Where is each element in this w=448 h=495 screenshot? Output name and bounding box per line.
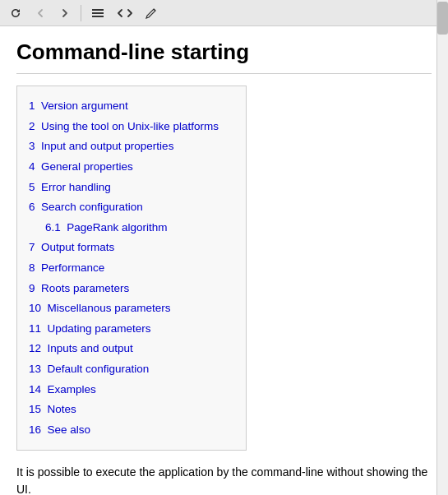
back-icon	[35, 7, 46, 19]
code-button[interactable]	[113, 5, 137, 21]
title-divider	[16, 73, 432, 74]
page-content: Command-line starting 1 Version argument…	[0, 26, 448, 495]
edit-icon	[145, 7, 158, 19]
toc-link-6[interactable]: 6 Search configuration	[29, 201, 143, 213]
edit-button[interactable]	[141, 4, 163, 21]
toc-item-3: 3 Input and output properties	[29, 136, 234, 155]
toc-item-11: 11 Updating parameters	[29, 319, 234, 338]
toc-link-13[interactable]: 13 Default configuration	[29, 363, 149, 375]
scrollbar-thumb[interactable]	[437, 2, 448, 35]
forward-button[interactable]	[54, 5, 76, 21]
toc-item-2: 2 Using the tool on Unix-like platforms	[29, 117, 234, 136]
refresh-icon	[10, 7, 21, 19]
page-wrapper: Command-line starting 1 Version argument…	[0, 0, 448, 495]
toc-link-10[interactable]: 10 Miscellanous parameters	[29, 302, 171, 314]
toc-link-8[interactable]: 8 Performance	[29, 261, 104, 274]
svg-rect-1	[92, 12, 104, 14]
toc-link-2[interactable]: 2 Using the tool on Unix-like platforms	[29, 120, 219, 132]
toolbar	[0, 0, 448, 26]
intro-paragraph-1: It is possible to execute the applicatio…	[16, 464, 432, 495]
toc-item-5: 5 Error handling	[29, 178, 234, 197]
code-icon	[118, 7, 132, 19]
toc-link-7[interactable]: 7 Output formats	[29, 241, 114, 253]
toc-item-6-1: 6.1 PageRank algorithm	[29, 218, 234, 237]
forward-icon	[59, 7, 71, 19]
toc-item-4: 4 General properties	[29, 157, 234, 176]
toc-link-3[interactable]: 3 Input and output properties	[29, 140, 173, 152]
toc-item-8: 8 Performance	[29, 258, 234, 277]
toc-item-16: 16 See also	[29, 420, 234, 439]
scrollbar-track[interactable]	[436, 0, 448, 495]
toc-item-15: 15 Notes	[29, 400, 234, 419]
toc-link-15[interactable]: 15 Notes	[29, 403, 76, 415]
toc-item-10: 10 Miscellanous parameters	[29, 298, 234, 317]
toc-item-13: 13 Default configuration	[29, 359, 234, 378]
toc-box: 1 Version argument 2 Using the tool on U…	[16, 86, 247, 451]
toc-link-11[interactable]: 11 Updating parameters	[29, 322, 151, 335]
toc-link-4[interactable]: 4 General properties	[29, 160, 133, 173]
refresh-button[interactable]	[5, 5, 26, 21]
toc-item-6: 6 Search configuration	[29, 197, 234, 216]
toc-item-7: 7 Output formats	[29, 238, 234, 257]
toc-item-9: 9 Roots parameters	[29, 279, 234, 298]
toc-link-14[interactable]: 14 Examples	[29, 383, 96, 396]
hamburger-icon	[91, 7, 104, 19]
page-title: Command-line starting	[16, 39, 432, 65]
toc-link-12[interactable]: 12 Inputs and output	[29, 342, 133, 354]
toc-link-5[interactable]: 5 Error handling	[29, 181, 111, 193]
svg-rect-2	[92, 16, 104, 17]
toc-list: 1 Version argument 2 Using the tool on U…	[29, 96, 234, 438]
toc-link-1[interactable]: 1 Version argument	[29, 99, 128, 112]
toc-item-12: 12 Inputs and output	[29, 339, 234, 358]
svg-rect-0	[92, 9, 104, 11]
toc-item-1: 1 Version argument	[29, 96, 234, 115]
menu-button[interactable]	[86, 5, 109, 21]
toolbar-separator-1	[81, 5, 81, 21]
back-button[interactable]	[30, 5, 51, 21]
toc-item-14: 14 Examples	[29, 380, 234, 399]
toc-link-9[interactable]: 9 Roots parameters	[29, 282, 129, 294]
toc-link-6-1[interactable]: 6.1 PageRank algorithm	[45, 221, 168, 234]
toc-link-16[interactable]: 16 See also	[29, 423, 90, 436]
